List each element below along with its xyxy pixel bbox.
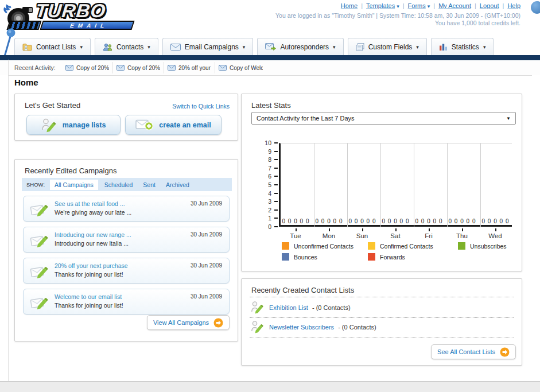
legend-label: Confirmed Contacts xyxy=(380,243,433,250)
legend-label: Forwards xyxy=(380,254,405,261)
data-value-label: 0 xyxy=(494,218,497,224)
legend-swatch xyxy=(368,242,375,250)
contact-list-name-link[interactable]: Exhibition List xyxy=(269,304,308,311)
tab-contacts[interactable]: Contacts▾ xyxy=(95,38,158,55)
nav-separator: | xyxy=(475,2,476,9)
data-value-label: 0 xyxy=(488,218,491,224)
header-link-label: Logout xyxy=(480,2,499,9)
chevron-down-icon: ▾ xyxy=(428,3,430,9)
campaign-row[interactable]: Welcome to our email listThanks for join… xyxy=(23,289,230,315)
tab-contact-lists[interactable]: Contact Lists▾ xyxy=(14,38,91,55)
x-axis-day-label: Fri xyxy=(425,232,432,239)
x-axis-day-label: Mon xyxy=(323,232,335,239)
recent-activity-item[interactable]: 20% off your next p xyxy=(164,62,215,73)
recent-activity-item[interactable]: Copy of Welcome to xyxy=(215,62,266,73)
contact-list-count: - (0 Contacts) xyxy=(336,324,376,331)
recent-activity-item[interactable]: Copy of 20% off yo xyxy=(113,62,164,73)
contact-lists-panel-title: Recently Created Contact Lists xyxy=(251,286,354,294)
filter-all-campaigns[interactable]: All Campaigns xyxy=(50,180,98,190)
envelope-icon xyxy=(65,65,73,71)
data-value-label: 0 xyxy=(415,218,418,224)
campaign-date: 30 Jun 2009 xyxy=(191,293,222,300)
header-link-help[interactable]: Help xyxy=(507,2,520,9)
campaign-title-link[interactable]: See us at the retail food ... xyxy=(55,200,125,207)
tab-autoresponders[interactable]: Autoresponders▾ xyxy=(257,38,343,55)
y-axis-tick xyxy=(274,218,278,219)
campaign-row[interactable]: 20% off your next purchaseThanks for joi… xyxy=(23,258,230,284)
legend-swatch xyxy=(282,253,289,261)
campaign-envelope-pencil-icon xyxy=(30,201,49,216)
legend-swatch xyxy=(368,253,375,261)
data-value-label: 0 xyxy=(367,218,370,224)
campaign-title-link[interactable]: Introducing our new range ... xyxy=(55,231,131,238)
tab-label: Autoresponders xyxy=(280,43,329,51)
filter-archived[interactable]: Archived xyxy=(166,181,189,188)
campaign-envelope-pencil-icon xyxy=(30,263,49,278)
tab-contacts-icon xyxy=(103,43,112,51)
envelope-icon xyxy=(219,65,227,71)
contact-list-name-link[interactable]: Newsletter Subscribers xyxy=(269,324,334,331)
contact-list-row[interactable]: Exhibition List - (0 Contacts) xyxy=(251,300,512,317)
data-value-label: 0 xyxy=(454,218,458,224)
recent-activity-label: Recent Activity: xyxy=(14,64,56,71)
data-value-label: 0 xyxy=(327,218,331,224)
campaign-title-link[interactable]: Welcome to our email list xyxy=(55,293,122,300)
campaign-row[interactable]: Introducing our new range ...Introducing… xyxy=(23,227,230,253)
header-link-my-account[interactable]: My Account xyxy=(438,2,471,9)
see-all-contact-lists-button[interactable]: See All Contact Lists xyxy=(431,344,516,359)
tab-email-campaigns[interactable]: Email Campaigns▾ xyxy=(162,38,254,55)
logo-wordmark: TURBO xyxy=(34,0,107,22)
data-value-label: 0 xyxy=(333,218,337,224)
tab-label: Contacts xyxy=(116,43,143,51)
chart-gridline xyxy=(447,143,448,227)
data-value-label: 0 xyxy=(467,218,470,224)
campaign-envelope-pencil-icon xyxy=(30,294,49,309)
dotted-separator xyxy=(250,337,514,337)
dotted-separator xyxy=(250,317,514,318)
header-link-logout[interactable]: Logout xyxy=(480,2,499,9)
y-axis-tick xyxy=(274,159,278,160)
contact-list-row[interactable]: Newsletter Subscribers - (0 Contacts) xyxy=(251,319,512,336)
x-axis-day-label: Wed xyxy=(488,232,502,239)
campaign-title-link[interactable]: 20% off your next purchase xyxy=(55,262,128,269)
horizontal-rule xyxy=(8,75,532,76)
header-link-home[interactable]: Home xyxy=(341,2,358,9)
manage-lists-button[interactable]: manage lists xyxy=(26,115,121,135)
filter-sent[interactable]: Sent xyxy=(143,181,156,188)
turbo-email-logo[interactable]: TURBO EMAIL xyxy=(3,1,147,33)
chart-gridline xyxy=(314,143,314,227)
recent-activity-item[interactable]: Copy of 20% off yo xyxy=(62,62,113,73)
campaign-row[interactable]: See us at the retail food ...We're givin… xyxy=(23,196,230,222)
data-value-label: 0 xyxy=(500,218,503,224)
data-value-label: 0 xyxy=(300,218,304,224)
recently-edited-campaigns-panel: Recently Edited Campaigns SHOW: All Camp… xyxy=(14,159,238,341)
view-all-campaigns-button[interactable]: View All Campaigns xyxy=(147,315,230,330)
campaigns-panel-title: Recently Edited Campaigns xyxy=(25,166,116,175)
header-link-forms[interactable]: Forms▾ xyxy=(408,2,430,9)
data-value-label: 0 xyxy=(448,218,452,224)
tab-statistics[interactable]: Statistics▾ xyxy=(431,38,494,55)
chart-legend: Unconfirmed ContactsConfirmed ContactsUn… xyxy=(282,242,507,261)
filter-scheduled[interactable]: Scheduled xyxy=(104,181,133,188)
data-value-label: 0 xyxy=(460,218,464,224)
tab-email-campaigns-icon xyxy=(170,44,181,51)
tab-label: Statistics xyxy=(452,43,479,51)
app-page: TURBO EMAIL Home|Templates▾|Forms▾|My Ac… xyxy=(0,0,540,392)
y-axis-tick-label: 2 xyxy=(257,207,271,214)
y-axis-tick xyxy=(274,151,278,152)
manage-lists-icon xyxy=(41,118,57,133)
recent-activity-item-label: Copy of 20% off yo xyxy=(76,65,109,71)
contact-list-text: Newsletter Subscribers - (0 Contacts) xyxy=(269,324,376,331)
header-link-templates[interactable]: Templates▾ xyxy=(366,2,399,9)
see-all-contact-lists-label: See All Contact Lists xyxy=(437,348,495,355)
data-value-label: 0 xyxy=(306,218,309,224)
chevron-down-icon: ▾ xyxy=(80,44,83,50)
legend-item-bounces: Bounces xyxy=(282,253,368,261)
campaign-subtitle: Introducing our new Italia ... xyxy=(55,240,129,247)
x-axis-tick xyxy=(462,228,463,231)
create-an-email-button[interactable]: create an email xyxy=(125,115,222,135)
y-axis-tick-label: 4 xyxy=(257,190,271,197)
switch-to-quick-links[interactable]: Switch to Quick Links xyxy=(172,103,230,110)
data-value-label: 0 xyxy=(360,218,364,224)
tab-custom-fields[interactable]: Custom Fields▾ xyxy=(348,38,427,55)
